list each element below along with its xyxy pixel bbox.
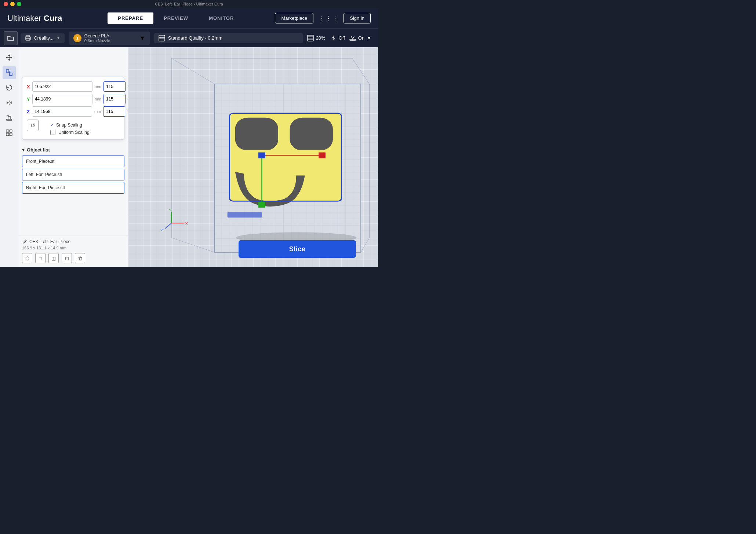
y-mm-unit: mm — [95, 97, 101, 101]
edit-icon — [22, 239, 27, 244]
tab-preview[interactable]: PREVIEW — [153, 12, 199, 24]
view-3d-button[interactable]: ⬡ — [22, 253, 32, 263]
support-icon — [330, 35, 337, 41]
scale-y-row: Y mm % — [27, 94, 120, 104]
material-chevron: ▼ — [139, 35, 145, 41]
sidebar-tools — [0, 47, 18, 267]
minimize-button[interactable] — [10, 2, 15, 6]
support-tool[interactable] — [3, 111, 16, 124]
snap-scaling-option: ✓ Snap Scaling — [50, 122, 90, 128]
quality-selector[interactable]: Standard Quality - 0.2mm — [154, 33, 303, 43]
x-mm-input[interactable] — [32, 81, 92, 92]
adhesion-icon — [349, 35, 356, 41]
svg-rect-19 — [10, 133, 12, 136]
tab-monitor[interactable]: MONITOR — [199, 12, 244, 24]
item-name: Front_Piece.stl — [26, 159, 55, 164]
snap-checkmark: ✓ — [50, 122, 54, 128]
y-mm-input[interactable] — [32, 94, 92, 104]
svg-line-25 — [171, 238, 214, 252]
x-pct-input[interactable] — [103, 81, 126, 92]
per-object-icon — [6, 129, 13, 136]
left-panel: X mm % Y mm % Z mm % — [18, 47, 128, 267]
z-mm-input[interactable] — [32, 106, 92, 117]
move-tool[interactable] — [3, 51, 16, 64]
uniform-scaling-option[interactable]: Uniform Scaling — [50, 130, 90, 135]
list-item[interactable]: Left_Ear_Piece.stl — [22, 169, 124, 180]
maximize-button[interactable] — [17, 2, 21, 6]
material-selector[interactable]: 1 Generic PLA 0.6mm Nozzle ▼ — [69, 32, 150, 45]
svg-rect-43 — [319, 153, 326, 158]
object-info: CE3_Left_Ear_Piece 165.9 x 131.1 x 14.9 … — [18, 235, 128, 267]
item-name: Left_Ear_Piece.stl — [26, 172, 62, 177]
close-button[interactable] — [4, 2, 8, 6]
svg-rect-36 — [235, 118, 278, 151]
object-name-row: CE3_Left_Ear_Piece — [22, 239, 124, 244]
adhesion-chevron: ▼ — [367, 35, 371, 41]
mirror-tool[interactable] — [3, 96, 16, 109]
svg-rect-17 — [10, 130, 12, 132]
svg-rect-16 — [6, 130, 9, 132]
list-item[interactable]: Right_Ear_Piece.stl — [22, 182, 124, 194]
svg-rect-45 — [228, 212, 262, 217]
material-info: Generic PLA 0.6mm Nozzle — [84, 33, 137, 43]
grid-menu-button[interactable]: ⋮⋮⋮ — [317, 13, 340, 24]
view-side-button[interactable]: ◫ — [48, 253, 59, 263]
rotate-tool[interactable] — [3, 81, 16, 94]
object-list-header[interactable]: ▾ Object list — [22, 147, 124, 153]
open-folder-button[interactable] — [4, 31, 18, 45]
adhesion-control[interactable]: On ▼ — [349, 35, 371, 41]
logo-bold: Cura — [44, 14, 62, 23]
scale-options: ✓ Snap Scaling Uniform Scaling — [43, 122, 90, 135]
settings-tool[interactable] — [3, 126, 16, 139]
window-title: CE3_Left_Ear_Piece - Ultimaker Cura — [155, 2, 223, 6]
svg-rect-3 — [159, 35, 165, 41]
z-pct-input[interactable] — [103, 106, 125, 117]
svg-rect-11 — [6, 70, 9, 72]
sign-in-button[interactable]: Sign in — [344, 13, 371, 23]
tab-prepare[interactable]: PREPARE — [108, 12, 153, 24]
scale-tool[interactable] — [3, 66, 16, 79]
printer-chevron: ▼ — [57, 36, 60, 40]
support-tool-icon — [6, 114, 13, 121]
svg-line-20 — [171, 58, 214, 84]
infill-control[interactable]: 20% — [307, 35, 326, 41]
svg-line-27 — [361, 238, 369, 252]
main-area: X mm % Y mm % Z mm % — [0, 47, 378, 267]
nav-right: Marketplace ⋮⋮⋮ Sign in — [275, 13, 371, 24]
delete-button[interactable]: 🗑 — [75, 253, 85, 263]
svg-rect-12 — [10, 73, 12, 76]
object-dimensions: 165.9 x 131.1 x 14.9 mm — [22, 246, 124, 250]
scale-panel: X mm % Y mm % Z mm % — [22, 77, 124, 140]
support-control[interactable]: Off — [330, 35, 345, 41]
uniform-scaling-checkbox[interactable] — [50, 130, 55, 135]
svg-line-48 — [165, 223, 172, 228]
printer-selector[interactable]: Creality... ▼ — [21, 33, 65, 43]
infill-icon — [307, 35, 314, 41]
item-name: Right_Ear_Piece.stl — [26, 185, 65, 190]
uniform-scaling-label: Uniform Scaling — [58, 130, 90, 135]
x-label: X — [27, 84, 30, 89]
svg-rect-18 — [6, 133, 9, 136]
slice-button[interactable]: Slice — [239, 240, 356, 258]
3d-viewport[interactable]: X Y Z Slice — [128, 47, 378, 267]
window-controls[interactable] — [4, 2, 21, 6]
snap-scaling-label: Snap Scaling — [56, 122, 82, 128]
svg-rect-37 — [290, 118, 333, 151]
move-icon — [6, 54, 13, 61]
svg-line-22 — [352, 58, 370, 84]
scale-z-row: Z mm % — [27, 106, 120, 117]
y-label: Y — [27, 96, 30, 102]
list-item[interactable]: Front_Piece.stl — [22, 156, 124, 167]
infill-value: 20% — [316, 35, 326, 41]
reset-scale-button[interactable]: ↺ — [27, 120, 39, 131]
svg-text:Y: Y — [169, 208, 172, 212]
object-action-icons: ⬡ □ ◫ ⊡ 🗑 — [22, 253, 124, 263]
mirror-icon — [6, 99, 13, 106]
view-top-button[interactable]: ⊡ — [62, 253, 72, 263]
marketplace-button[interactable]: Marketplace — [275, 13, 313, 23]
view-front-button[interactable]: □ — [35, 253, 46, 263]
adhesion-value: On — [358, 35, 364, 41]
quality-label: Standard Quality - 0.2mm — [168, 35, 222, 41]
svg-text:X: X — [185, 222, 188, 225]
y-pct-input[interactable] — [103, 94, 126, 104]
